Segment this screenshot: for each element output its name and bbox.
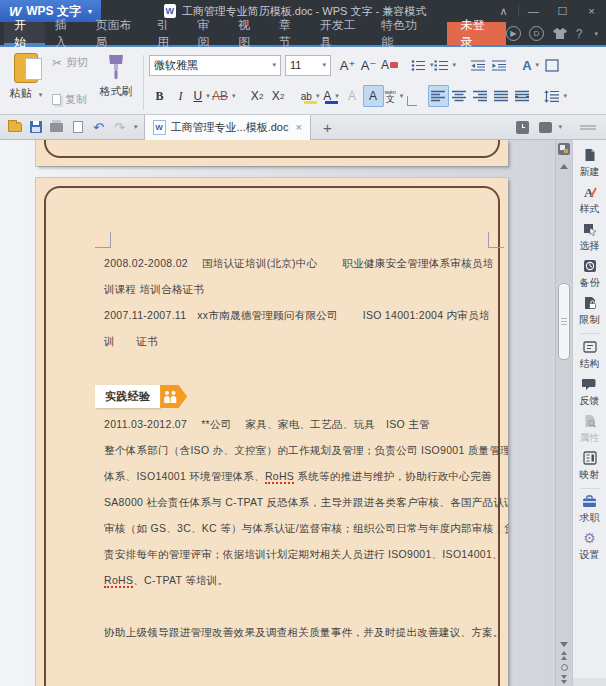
- sidebar-item-feedback[interactable]: 反馈: [580, 377, 600, 408]
- redo-button[interactable]: ↷: [109, 117, 130, 138]
- ruler-toggle-icon[interactable]: [558, 143, 570, 155]
- scroll-down-arrow[interactable]: [560, 642, 568, 647]
- sidebar-item-new[interactable]: 新建: [580, 148, 600, 179]
- scrollbar-thumb[interactable]: [558, 283, 570, 360]
- practice-paragraph: 协助上级领导跟进管理改善效果及调查相关质量事件，并及时提出改善建议、方案。: [104, 619, 496, 645]
- open-file-button[interactable]: [4, 117, 25, 138]
- tab-bar-grip: [580, 125, 596, 130]
- phonetic-guide-button[interactable]: wén 文 ▾: [384, 85, 405, 107]
- new-tab-button[interactable]: +: [311, 119, 344, 136]
- scissors-icon: ✂: [52, 56, 62, 70]
- recent-documents-icon[interactable]: [516, 121, 529, 134]
- document-workspace[interactable]: 2008.02-2008.02 国培认证培训(北京)中心 职业健康安全管理体系审…: [0, 140, 555, 686]
- paste-dropdown-icon[interactable]: ▾: [39, 91, 43, 98]
- clear-formatting-button[interactable]: A: [379, 54, 400, 76]
- previous-page-button[interactable]: [561, 651, 567, 660]
- cut-button[interactable]: ✂ 剪切: [52, 55, 88, 70]
- align-center-button[interactable]: [449, 85, 470, 107]
- tab-page-layout[interactable]: 页面布局: [85, 22, 146, 45]
- page-2[interactable]: 2008.02-2008.02 国培认证培训(北京)中心 职业健康安全管理体系审…: [36, 178, 508, 686]
- login-button[interactable]: 未登录: [447, 22, 506, 45]
- next-page-button[interactable]: [561, 675, 567, 684]
- font-size-select[interactable]: 11 ▾: [285, 55, 331, 76]
- document-tab[interactable]: W 工商管理专业...模板.doc ×: [144, 115, 311, 140]
- numbered-list-button[interactable]: ▾: [434, 54, 457, 76]
- justify-button[interactable]: [491, 85, 512, 107]
- bold-button[interactable]: B: [149, 85, 170, 107]
- practice-badge-arrow: [160, 385, 187, 408]
- select-browse-object-button[interactable]: [561, 664, 568, 671]
- align-left-button[interactable]: [428, 85, 449, 107]
- format-painter-brush-icon: [106, 53, 126, 81]
- tab-references[interactable]: 引用: [147, 22, 188, 45]
- sidebar-item-restrict[interactable]: 限制: [580, 296, 600, 327]
- tab-developer[interactable]: 开发工具: [310, 22, 371, 45]
- tab-section[interactable]: 章节: [269, 22, 310, 45]
- sidebar-item-styles[interactable]: A 样式: [580, 185, 600, 216]
- main-area: 2008.02-2008.02 国培认证培训(北京)中心 职业健康安全管理体系审…: [0, 140, 606, 686]
- minimize-button[interactable]: —: [519, 0, 548, 22]
- font-color-button[interactable]: A ▾: [321, 85, 342, 107]
- superscript-button[interactable]: X2: [247, 85, 268, 107]
- bullet-list-button[interactable]: ▾: [411, 54, 434, 76]
- character-border-button[interactable]: A: [363, 85, 384, 107]
- help-icon[interactable]: ?: [576, 27, 583, 41]
- sidebar-item-select[interactable]: 选择: [580, 222, 600, 253]
- maximize-button[interactable]: ☐: [548, 0, 577, 22]
- sidebar-item-job-search[interactable]: 求职: [580, 495, 600, 525]
- tab-home[interactable]: 开始: [4, 22, 45, 45]
- close-button[interactable]: ×: [577, 0, 606, 22]
- print-button[interactable]: [46, 117, 67, 138]
- tab-view[interactable]: 视图: [228, 22, 269, 45]
- help-dropdown-icon[interactable]: ▾: [594, 30, 598, 38]
- format-painter-button[interactable]: 格式刷: [94, 53, 138, 112]
- tab-list-button[interactable]: ▾: [539, 122, 562, 133]
- play-circle-icon[interactable]: ▶: [506, 26, 521, 41]
- increase-indent-button[interactable]: [488, 54, 509, 76]
- sidebar-item-settings[interactable]: ⚙ 设置: [580, 531, 600, 562]
- decrease-indent-button[interactable]: [467, 54, 488, 76]
- italic-button[interactable]: I: [170, 85, 191, 107]
- tab-special-features[interactable]: 特色功能: [371, 22, 432, 45]
- sidebar-item-mapping[interactable]: 映射: [580, 451, 600, 482]
- collapse-ribbon-button[interactable]: ∧: [489, 0, 518, 22]
- restrict-editing-icon: [583, 296, 597, 310]
- strikethrough-button[interactable]: AB ▾: [212, 85, 236, 107]
- properties-icon: [583, 414, 597, 428]
- chevron-down-icon: ▾: [558, 123, 562, 131]
- distribute-button[interactable]: [512, 85, 533, 107]
- paragraph-layout-button-clipped[interactable]: [541, 54, 562, 76]
- font-dialog-launcher[interactable]: [407, 96, 417, 106]
- shrink-font-button[interactable]: A⁻: [358, 54, 379, 76]
- text-effects-button[interactable]: A ▾: [520, 54, 541, 76]
- sidebar-item-structure[interactable]: 结构: [580, 340, 600, 371]
- subscript-button[interactable]: X2: [268, 85, 289, 107]
- wps-writer-window: W WPS 文字 ▾ W 工商管理专业简历模板.doc - WPS 文字 - 兼…: [0, 0, 606, 686]
- print-preview-button[interactable]: [67, 117, 88, 138]
- document-tab-close-icon[interactable]: ×: [295, 121, 301, 133]
- document-text[interactable]: 2008.02-2008.02 国培认证培训(北京)中心 职业健康安全管理体系审…: [104, 250, 496, 645]
- page-1-bottom[interactable]: [36, 140, 508, 166]
- skin-tshirt-icon[interactable]: [552, 27, 568, 40]
- undo-history-dropdown-icon[interactable]: ▾: [134, 123, 138, 131]
- character-shading-button[interactable]: A: [342, 85, 363, 107]
- underline-button[interactable]: U ▾: [191, 85, 212, 107]
- grow-font-button[interactable]: A⁺: [337, 54, 358, 76]
- scroll-up-arrow[interactable]: [560, 164, 568, 169]
- docer-icon[interactable]: D: [529, 26, 544, 41]
- paste-button[interactable]: 粘贴 ▾: [6, 53, 46, 112]
- vertical-scrollbar[interactable]: [555, 140, 572, 686]
- undo-button[interactable]: ↶: [88, 117, 109, 138]
- job-search-briefcase-icon: [582, 495, 597, 508]
- tab-review[interactable]: 审阅: [188, 22, 229, 45]
- copy-button[interactable]: 复制: [52, 92, 88, 107]
- highlight-button[interactable]: ab ▾: [300, 85, 321, 107]
- sidebar-divider: [580, 333, 600, 334]
- chevron-down-icon: ▾: [316, 92, 320, 100]
- line-spacing-button[interactable]: ▾: [544, 85, 568, 107]
- save-button[interactable]: [25, 117, 46, 138]
- align-right-button[interactable]: [470, 85, 491, 107]
- font-name-select[interactable]: 微软雅黑 ▾: [149, 55, 281, 76]
- sidebar-item-backup[interactable]: 备份: [580, 259, 600, 290]
- tab-insert[interactable]: 插入: [45, 22, 86, 45]
